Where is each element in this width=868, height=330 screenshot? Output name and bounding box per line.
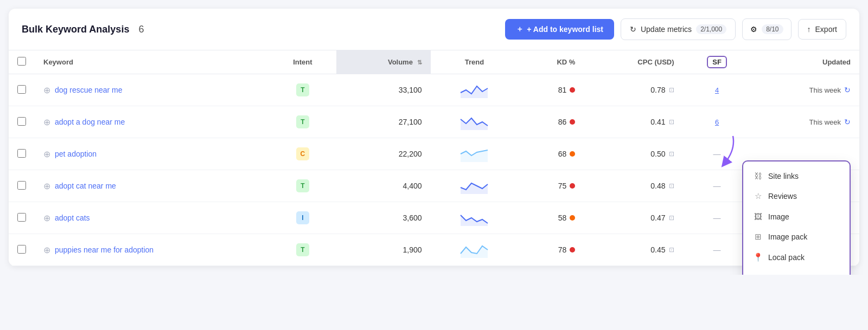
table-row: ⊕ pet adoption C22,200 68 0.50 ⊡ —	[9, 138, 859, 170]
row-4-checkbox[interactable]	[17, 213, 26, 222]
row-3-checkbox-cell[interactable]	[9, 170, 35, 202]
row-5-kd-value: 78	[558, 245, 567, 254]
page-title: Bulk Keyword Analysis 6	[22, 24, 499, 35]
row-3-sf-cell: —	[683, 170, 751, 202]
row-1-kd-value: 86	[558, 118, 567, 126]
cpc-col-header: CPC (USD)	[584, 50, 682, 74]
row-1-intent-badge: T	[296, 115, 309, 128]
title-text: Bulk Keyword Analysis	[22, 24, 129, 35]
row-1-magnifier-icon[interactable]: ⊡	[669, 118, 674, 126]
row-5-checkbox-cell[interactable]	[9, 234, 35, 266]
sf-related-searches-item[interactable]: ≡ Related searches	[743, 268, 850, 275]
row-1-checkbox-cell[interactable]	[9, 106, 35, 138]
image-pack-icon: ⊞	[753, 232, 763, 242]
row-3-intent-badge: T	[296, 179, 309, 192]
row-1-sf-value[interactable]: 6	[715, 118, 719, 126]
title-count: 6	[138, 24, 144, 35]
row-4-volume-cell: 3,600	[336, 202, 431, 234]
row-4-sf-cell: —	[683, 202, 751, 234]
row-0-add-icon[interactable]: ⊕	[43, 85, 50, 95]
update-badge: 2/1,000	[696, 24, 726, 34]
row-3-add-icon[interactable]: ⊕	[43, 181, 50, 191]
sf-dropdown: ⛓ Site links ☆ Reviews 🖼 Image ⊞ Image p…	[742, 160, 851, 275]
row-0-magnifier-icon[interactable]: ⊡	[669, 86, 674, 94]
export-button[interactable]: ↑ Export	[798, 19, 846, 40]
row-0-refresh-icon[interactable]: ↻	[844, 86, 851, 94]
row-0-checkbox[interactable]	[17, 85, 26, 94]
row-1-keyword-link[interactable]: ⊕ adopt a dog near me	[43, 117, 260, 127]
row-2-add-icon[interactable]: ⊕	[43, 149, 50, 159]
row-4-keyword-cell: ⊕ adopt cats	[35, 202, 269, 234]
row-2-checkbox-cell[interactable]	[9, 138, 35, 170]
select-all-header[interactable]	[9, 50, 35, 74]
row-1-kd-dot	[570, 119, 575, 125]
row-0-checkbox-cell[interactable]	[9, 74, 35, 106]
row-0-sf-value[interactable]: 4	[715, 86, 719, 94]
row-2-volume-cell: 22,200	[336, 138, 431, 170]
row-2-keyword-cell: ⊕ pet adoption	[35, 138, 269, 170]
row-0-keyword-link[interactable]: ⊕ dog rescue near me	[43, 85, 260, 95]
sf-reviews-item[interactable]: ☆ Reviews	[743, 186, 850, 206]
sf-local-pack-item[interactable]: 📍 Local pack	[743, 247, 850, 268]
row-0-intent-cell: T	[269, 74, 336, 106]
row-2-cpc-value: 0.50	[650, 150, 665, 158]
update-metrics-button[interactable]: ↻ Update metrics 2/1,000	[621, 18, 736, 40]
row-5-sf-cell: —	[683, 234, 751, 266]
row-4-checkbox-cell[interactable]	[9, 202, 35, 234]
table-row: ⊕ adopt cats I3,600 58 0.47 ⊡ —	[9, 202, 859, 234]
row-1-add-icon[interactable]: ⊕	[43, 117, 50, 127]
intent-col-header: Intent	[269, 50, 336, 74]
update-button-label: Update metrics	[641, 25, 692, 34]
gear-button[interactable]: ⚙ 8/10	[742, 18, 791, 40]
row-2-trend-cell	[431, 138, 519, 170]
sort-icon: ⇅	[417, 59, 422, 66]
row-3-keyword-text: adopt cat near me	[55, 182, 116, 190]
row-0-keyword-text: dog rescue near me	[55, 86, 123, 94]
sf-site-links-item[interactable]: ⛓ Site links	[743, 166, 850, 186]
row-5-intent-badge: T	[296, 243, 309, 256]
row-1-checkbox[interactable]	[17, 117, 26, 126]
row-2-magnifier-icon[interactable]: ⊡	[669, 150, 674, 158]
row-4-intent-badge: I	[296, 211, 309, 224]
row-1-sf-cell: 6	[683, 106, 751, 138]
sf-image-pack-item[interactable]: ⊞ Image pack	[743, 227, 850, 247]
select-all-checkbox[interactable]	[17, 57, 26, 66]
row-0-kd-cell: 81	[518, 74, 584, 106]
row-5-magnifier-icon[interactable]: ⊡	[669, 246, 674, 254]
row-2-checkbox[interactable]	[17, 149, 26, 158]
refresh-icon: ↻	[630, 25, 636, 34]
row-5-kd-cell: 78	[518, 234, 584, 266]
row-3-keyword-cell: ⊕ adopt cat near me	[35, 170, 269, 202]
keyword-col-header: Keyword	[35, 50, 269, 74]
table-row: ⊕ adopt a dog near me T27,100 86 0.41 ⊡ …	[9, 106, 859, 138]
row-3-kd-value: 75	[558, 182, 567, 190]
row-3-keyword-link[interactable]: ⊕ adopt cat near me	[43, 181, 260, 191]
row-0-kd-dot	[570, 87, 575, 93]
table-row: ⊕ puppies near me for adoption T1,900 78…	[9, 234, 859, 266]
row-3-checkbox[interactable]	[17, 181, 26, 190]
sf-image-item[interactable]: 🖼 Image	[743, 206, 850, 227]
row-4-keyword-link[interactable]: ⊕ adopt cats	[43, 213, 260, 223]
row-1-refresh-icon[interactable]: ↻	[844, 118, 851, 126]
row-2-sf-empty: —	[713, 150, 721, 158]
row-4-cpc-value: 0.47	[650, 213, 665, 222]
row-2-keyword-link[interactable]: ⊕ pet adoption	[43, 149, 260, 159]
row-1-keyword-cell: ⊕ adopt a dog near me	[35, 106, 269, 138]
row-3-magnifier-icon[interactable]: ⊡	[669, 182, 674, 190]
image-icon: 🖼	[753, 212, 763, 221]
row-5-add-icon[interactable]: ⊕	[43, 245, 50, 255]
row-0-kd-value: 81	[558, 86, 567, 94]
row-4-magnifier-icon[interactable]: ⊡	[669, 214, 674, 222]
row-4-kd-cell: 58	[518, 202, 584, 234]
row-0-updated-text: This week	[809, 86, 841, 94]
row-5-keyword-link[interactable]: ⊕ puppies near me for adoption	[43, 245, 260, 255]
row-5-checkbox[interactable]	[17, 245, 26, 254]
volume-col-header[interactable]: Volume ⇅	[336, 50, 431, 74]
row-4-add-icon[interactable]: ⊕	[43, 213, 50, 223]
add-to-keyword-list-button[interactable]: ＋ + Add to keyword list	[505, 19, 614, 40]
export-label: Export	[815, 25, 837, 34]
row-5-sf-empty: —	[713, 245, 721, 254]
row-1-kd-cell: 86	[518, 106, 584, 138]
sf-col-header[interactable]: SF	[683, 50, 751, 74]
row-5-keyword-cell: ⊕ puppies near me for adoption	[35, 234, 269, 266]
